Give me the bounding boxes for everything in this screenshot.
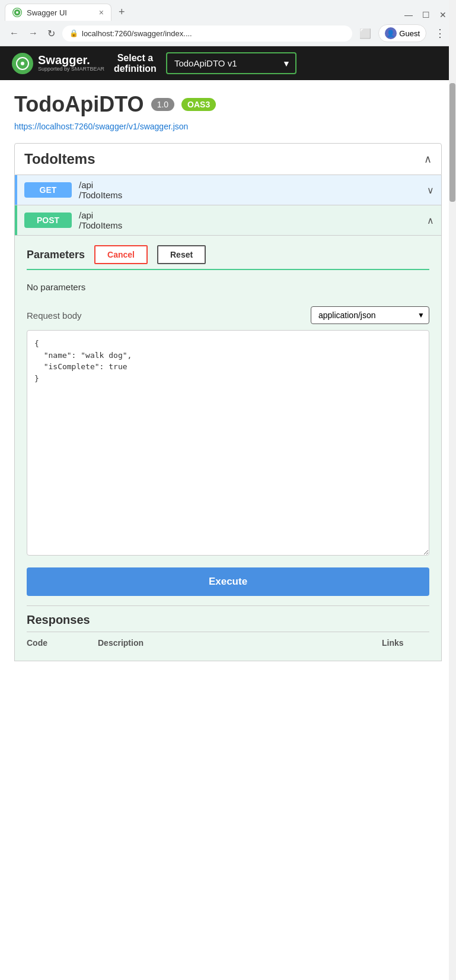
col-links-header: Links (382, 638, 429, 648)
request-body-row: Request body application/json ▼ (27, 306, 429, 324)
get-endpoint-header[interactable]: GET /api/TodoItems ∨ (15, 175, 441, 205)
swagger-main: TodoApiDTO 1.0 OAS3 https://localhost:72… (0, 80, 456, 673)
refresh-button[interactable]: ↻ (45, 26, 58, 42)
definition-select[interactable]: TodoApiDTO v1 (166, 52, 296, 74)
get-endpoint: GET /api/TodoItems ∨ (14, 175, 442, 205)
responses-table-header: Code Description Links (27, 632, 429, 651)
swagger-logo: Swagger. Supported by SMARTBEAR (12, 53, 104, 74)
profile-label: Guest (399, 29, 420, 38)
col-code-header: Code (27, 638, 98, 648)
reset-button[interactable]: Reset (157, 245, 206, 264)
window-maximize-button[interactable]: ☐ (422, 10, 430, 20)
address-bar: ← → ↻ 🔒 localhost:7260/swagger/index....… (0, 21, 456, 46)
tab-title: Swagger UI (27, 8, 94, 17)
post-collapse-icon: ∧ (427, 215, 434, 226)
scrollbar[interactable] (449, 0, 456, 980)
post-endpoint-header[interactable]: POST /api/TodoItems ∧ (15, 205, 441, 235)
swagger-logo-icon (12, 53, 33, 74)
oas-badge: OAS3 (181, 98, 216, 111)
back-button[interactable]: ← (7, 26, 21, 41)
post-endpoint-path: /api/TodoItems (79, 210, 427, 230)
section-title: TodoItems (24, 151, 95, 167)
swagger-header: Swagger. Supported by SMARTBEAR Select a… (0, 46, 456, 80)
browser-extras: ⬜ 👤 Guest ⋮ (357, 24, 449, 42)
window-minimize-button[interactable]: — (404, 10, 413, 20)
content-type-wrapper: application/json ▼ (311, 306, 429, 324)
api-version-badge: 1.0 (151, 98, 174, 111)
header-select-label: Select adefinition (114, 53, 157, 74)
new-tab-button[interactable]: + (114, 4, 130, 21)
post-method-badge: POST (24, 213, 72, 228)
browser-menu-button[interactable]: ⋮ (431, 26, 449, 41)
swagger-sub-text: Supported by SMARTBEAR (38, 66, 104, 72)
post-endpoint-body: Parameters Cancel Reset No parameters Re… (15, 235, 441, 661)
cancel-button[interactable]: Cancel (94, 245, 148, 264)
lock-icon: 🔒 (69, 29, 78, 37)
swagger-logo-text: Swagger. Supported by SMARTBEAR (38, 54, 104, 72)
request-body-label: Request body (27, 310, 82, 321)
browser-tab[interactable]: Swagger UI × (5, 4, 111, 21)
col-desc-header: Description (98, 638, 382, 648)
api-title: TodoApiDTO (14, 92, 144, 117)
profile-button[interactable]: 👤 Guest (378, 24, 426, 42)
todoitems-section-header[interactable]: TodoItems ∧ (14, 143, 442, 175)
tab-strip-toggle[interactable]: ⬜ (357, 26, 374, 42)
get-endpoint-path: /api/TodoItems (79, 180, 427, 200)
window-close-button[interactable]: ✕ (439, 10, 447, 20)
responses-title: Responses (27, 613, 429, 627)
address-input[interactable]: 🔒 localhost:7260/swagger/index.... (62, 26, 352, 42)
get-expand-icon: ∨ (427, 185, 434, 196)
execute-button[interactable]: Execute (27, 567, 429, 596)
address-text: localhost:7260/swagger/index.... (82, 29, 192, 38)
post-params-header: Parameters Cancel Reset (27, 245, 429, 270)
browser-chrome: Swagger UI × + — ☐ ✕ ← → ↻ 🔒 localhost:7… (0, 0, 456, 46)
profile-icon: 👤 (385, 27, 397, 39)
forward-button[interactable]: → (26, 26, 40, 41)
tab-close-button[interactable]: × (99, 8, 104, 17)
no-params-text: No parameters (27, 277, 429, 297)
svg-point-3 (21, 62, 24, 65)
scrollbar-thumb[interactable] (449, 83, 455, 202)
api-title-row: TodoApiDTO 1.0 OAS3 (14, 92, 442, 117)
content-type-select[interactable]: application/json (311, 306, 429, 324)
window-controls: — ☐ ✕ (404, 5, 451, 20)
tab-bar: Swagger UI × + — ☐ ✕ (0, 0, 456, 21)
params-title: Parameters (27, 249, 85, 261)
tab-favicon (12, 8, 22, 17)
get-method-badge: GET (24, 182, 72, 198)
responses-section: Responses Code Description Links (27, 605, 429, 651)
todoitems-section: TodoItems ∧ GET /api/TodoItems ∨ POST /a… (14, 143, 442, 661)
json-editor[interactable]: { "name": "walk dog", "isComplete": true… (27, 330, 429, 556)
svg-point-1 (16, 11, 18, 14)
section-collapse-icon: ∧ (424, 153, 432, 166)
api-spec-link[interactable]: https://localhost:7260/swagger/v1/swagge… (14, 122, 442, 131)
swagger-name-text: Swagger. (38, 54, 104, 66)
post-endpoint: POST /api/TodoItems ∧ Parameters Cancel … (14, 205, 442, 661)
definition-select-wrapper: TodoApiDTO v1 ▼ (166, 52, 296, 74)
